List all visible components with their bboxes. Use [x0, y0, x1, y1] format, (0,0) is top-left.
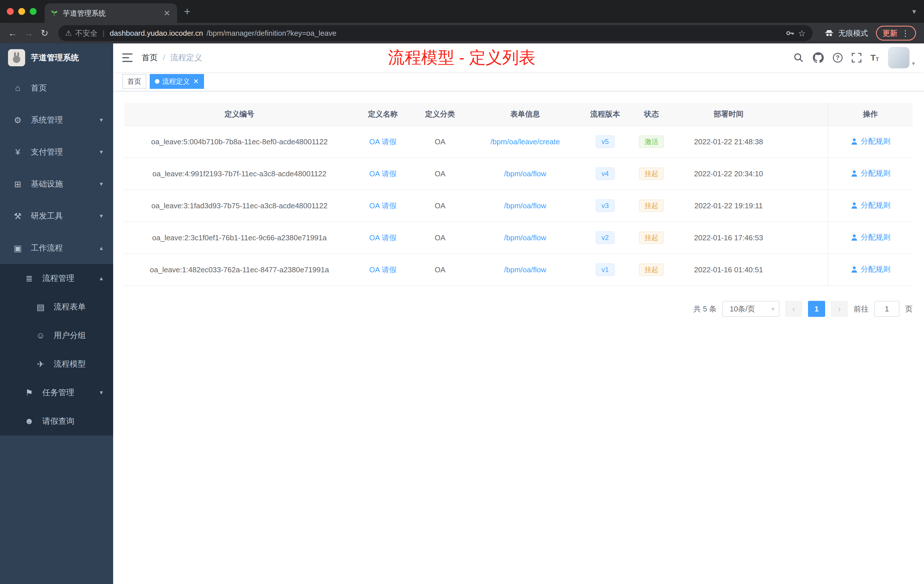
url-path: /bpm/manager/definition?key=oa_leave: [206, 29, 337, 38]
app-title: 芋道管理系统: [31, 52, 79, 63]
bookmark-star-icon[interactable]: ☆: [798, 28, 806, 38]
document-icon: ▤: [34, 302, 47, 312]
table-row: oa_leave:3:1fad3d93-7b75-11ec-a3c8-acde4…: [125, 190, 912, 222]
form-info-link[interactable]: /bpm/oa/flow: [504, 233, 546, 242]
caret-down-icon: ▾: [912, 60, 915, 69]
sidebar-item-infrastructure[interactable]: ⊞ 基础设施 ▾: [0, 168, 113, 200]
sidebar-item-user-group[interactable]: ☺ 用户分组: [0, 321, 113, 350]
tab-close-icon[interactable]: ✕: [163, 8, 172, 18]
table-row: oa_leave:1:482ec033-762a-11ec-8477-a2380…: [125, 254, 912, 286]
tag-close-icon[interactable]: ✕: [193, 78, 199, 86]
form-info-link[interactable]: /bpm/oa/flow: [504, 201, 546, 210]
sidebar-toggle-icon[interactable]: [122, 53, 132, 62]
status-badge: 挂起: [639, 264, 664, 276]
menu-dots-icon[interactable]: ⋮: [901, 28, 909, 38]
goto-label: 前往: [854, 304, 869, 314]
window-controls: [0, 8, 45, 15]
person-icon: [851, 234, 858, 241]
breadcrumb-home[interactable]: 首页: [142, 52, 158, 63]
person-icon: ☻: [23, 416, 35, 426]
next-page-button[interactable]: ›: [831, 301, 848, 317]
form-info-link[interactable]: /bpm/oa/flow: [504, 266, 546, 274]
security-label: 不安全: [75, 28, 97, 38]
definition-id: oa_leave:2:3c1f0ef1-76b1-11ec-9c66-a2380…: [125, 222, 354, 254]
deploy-time: 2022-01-16 17:46:53: [674, 222, 783, 254]
current-page-button[interactable]: 1: [808, 301, 825, 317]
definition-name-link[interactable]: OA 请假: [369, 266, 396, 274]
assign-rule-link[interactable]: 分配规则: [851, 200, 891, 210]
form-info-link[interactable]: /bpm/oa/leave/create: [490, 137, 560, 146]
reload-button[interactable]: ↻: [36, 25, 53, 41]
deploy-time: 2022-01-22 21:48:38: [674, 126, 783, 158]
sidebar-item-task-management[interactable]: ⚑ 任务管理 ▾: [0, 378, 113, 407]
chevron-down-icon: ▾: [100, 148, 103, 156]
minimize-window-button[interactable]: [18, 8, 25, 15]
fullscreen-icon[interactable]: [852, 53, 861, 63]
sidebar: 芋道管理系统 ⌂ 首页 ⚙ 系统管理 ▾ ¥ 支付管理 ▾ ⊞ 基础设施 ▾ ⚒…: [0, 43, 113, 584]
chevron-down-icon: ▾: [100, 389, 103, 396]
prev-page-button[interactable]: ‹: [785, 301, 802, 317]
user-avatar[interactable]: [888, 47, 910, 69]
sidebar-item-workflow[interactable]: ▣ 工作流程 ▴: [0, 232, 113, 264]
tag-process-definition[interactable]: 流程定义 ✕: [150, 74, 204, 89]
table-body: oa_leave:5:004b710b-7b8a-11ec-8ef0-acde4…: [125, 126, 912, 286]
search-icon[interactable]: [794, 53, 804, 63]
font-size-icon[interactable]: TT: [871, 53, 879, 63]
github-icon[interactable]: [813, 52, 824, 63]
status-badge: 激活: [639, 135, 664, 148]
filler-cell: [783, 222, 828, 254]
definition-name-link[interactable]: OA 请假: [369, 233, 396, 242]
back-button[interactable]: ←: [5, 25, 21, 41]
tag-home[interactable]: 首页: [122, 74, 146, 89]
zoom-window-button[interactable]: [30, 8, 36, 15]
goto-page-input[interactable]: [874, 301, 899, 317]
update-button[interactable]: 更新 ⋮: [876, 26, 916, 41]
definition-category: OA: [411, 254, 469, 286]
definition-id: oa_leave:5:004b710b-7b8a-11ec-8ef0-acde4…: [125, 126, 354, 158]
assign-rule-link[interactable]: 分配规则: [851, 168, 891, 178]
table-row: oa_leave:2:3c1f0ef1-76b1-11ec-9c66-a2380…: [125, 222, 912, 254]
person-icon: [851, 266, 858, 273]
sidebar-item-process-model[interactable]: ✈ 流程模型: [0, 350, 113, 378]
new-tab-button[interactable]: +: [184, 5, 190, 18]
sidebar-item-process-management[interactable]: ≣ 流程管理 ▴: [0, 264, 113, 292]
sidebar-item-home[interactable]: ⌂ 首页: [0, 72, 113, 104]
user-avatar-wrap[interactable]: ▾: [888, 47, 915, 69]
address-bar[interactable]: ⚠ 不安全 | dashboard.yudao.iocoder.cn /bpm/…: [58, 25, 813, 41]
password-key-icon[interactable]: [785, 28, 795, 38]
flag-icon: ⚑: [23, 388, 35, 398]
assign-rule-link[interactable]: 分配规则: [851, 136, 891, 146]
chevron-down-icon: ▾: [100, 180, 103, 188]
browser-tab[interactable]: 芋道管理系统 ✕: [45, 3, 177, 23]
paper-plane-icon: ✈: [34, 359, 47, 369]
assign-rule-link[interactable]: 分配规则: [851, 232, 891, 242]
help-icon[interactable]: ?: [833, 53, 843, 63]
sidebar-item-leave-query[interactable]: ☻ 请假查询: [0, 407, 113, 436]
sidebar-item-process-form[interactable]: ▤ 流程表单: [0, 292, 113, 321]
chevron-down-icon: ▾: [100, 212, 103, 220]
form-info-link[interactable]: /bpm/oa/flow: [504, 170, 546, 178]
col-definition-name: 定义名称: [354, 103, 411, 126]
chevron-up-icon: ▴: [100, 244, 103, 252]
deploy-time: 2022-01-22 20:34:10: [674, 158, 783, 190]
sidebar-item-dev-tools[interactable]: ⚒ 研发工具 ▾: [0, 200, 113, 232]
status-badge: 挂起: [639, 231, 664, 244]
top-navbar: 首页 / 流程定义 流程模型 - 定义列表 ? TT ▾: [113, 43, 924, 72]
omnibox-divider: |: [102, 29, 105, 38]
page-size-select[interactable]: 10条/页 ▾: [722, 301, 779, 317]
definition-name-link[interactable]: OA 请假: [369, 137, 396, 146]
definition-name-link[interactable]: OA 请假: [369, 170, 396, 178]
breadcrumb-separator: /: [163, 53, 165, 62]
sidebar-item-payment[interactable]: ¥ 支付管理 ▾: [0, 136, 113, 168]
tab-search-icon[interactable]: ▾: [912, 7, 916, 16]
assign-rule-link[interactable]: 分配规则: [851, 264, 891, 274]
yen-icon: ¥: [12, 147, 24, 157]
close-window-button[interactable]: [7, 8, 14, 15]
security-warning-icon: ⚠: [65, 29, 72, 38]
dev-tools-icon: ⚒: [12, 211, 24, 221]
forward-button[interactable]: →: [21, 25, 36, 41]
definition-name-link[interactable]: OA 请假: [369, 201, 396, 210]
filler-cell: [783, 190, 828, 222]
sidebar-item-system[interactable]: ⚙ 系统管理 ▾: [0, 104, 113, 136]
page-title-annotation: 流程模型 - 定义列表: [388, 46, 535, 69]
